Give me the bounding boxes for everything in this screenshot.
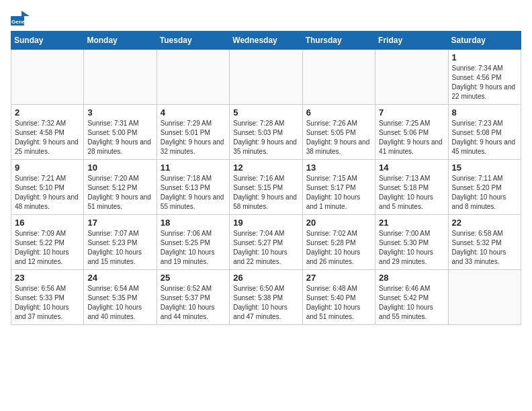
weekday-header-monday: Monday xyxy=(84,32,157,50)
calendar-cell: 2Sunrise: 7:32 AMSunset: 4:58 PMDaylight… xyxy=(11,105,84,160)
day-info: Sunrise: 7:26 AMSunset: 5:05 PMDaylight:… xyxy=(306,119,371,156)
day-info: Sunrise: 7:07 AMSunset: 5:23 PMDaylight:… xyxy=(87,229,152,267)
day-number: 22 xyxy=(452,218,517,228)
day-info: Sunrise: 7:16 AMSunset: 5:15 PMDaylight:… xyxy=(233,174,298,212)
calendar-cell: 4Sunrise: 7:29 AMSunset: 5:01 PMDaylight… xyxy=(157,105,229,160)
day-info: Sunrise: 7:29 AMSunset: 5:01 PMDaylight:… xyxy=(161,119,226,156)
day-number: 2 xyxy=(15,107,80,118)
day-info: Sunrise: 6:56 AMSunset: 5:33 PMDaylight:… xyxy=(15,284,80,322)
day-info: Sunrise: 7:31 AMSunset: 5:00 PMDaylight:… xyxy=(87,119,152,156)
calendar-cell xyxy=(11,50,84,105)
day-number: 20 xyxy=(306,218,371,228)
weekday-header-sunday: Sunday xyxy=(11,32,84,50)
calendar-cell: 12Sunrise: 7:16 AMSunset: 5:15 PMDayligh… xyxy=(230,160,302,215)
calendar-cell: 3Sunrise: 7:31 AMSunset: 5:00 PMDaylight… xyxy=(84,105,157,160)
day-number: 23 xyxy=(15,273,80,283)
day-info: Sunrise: 7:09 AMSunset: 5:22 PMDaylight:… xyxy=(15,229,80,267)
day-number: 16 xyxy=(15,218,80,228)
weekday-header-saturday: Saturday xyxy=(448,32,521,50)
weekday-header-tuesday: Tuesday xyxy=(157,32,229,50)
weekday-header-friday: Friday xyxy=(375,32,448,50)
day-info: Sunrise: 7:11 AMSunset: 5:20 PMDaylight:… xyxy=(452,174,517,212)
day-number: 5 xyxy=(233,107,298,118)
day-number: 6 xyxy=(306,107,371,118)
day-info: Sunrise: 7:21 AMSunset: 5:10 PMDaylight:… xyxy=(15,174,80,212)
day-info: Sunrise: 7:04 AMSunset: 5:27 PMDaylight:… xyxy=(233,229,298,267)
calendar-cell: 24Sunrise: 6:54 AMSunset: 5:35 PMDayligh… xyxy=(84,270,157,325)
calendar-cell: 15Sunrise: 7:11 AMSunset: 5:20 PMDayligh… xyxy=(448,160,521,215)
calendar-cell: 18Sunrise: 7:06 AMSunset: 5:25 PMDayligh… xyxy=(157,215,229,270)
weekday-header-wednesday: Wednesday xyxy=(230,32,302,50)
day-info: Sunrise: 6:58 AMSunset: 5:32 PMDaylight:… xyxy=(452,229,517,267)
day-info: Sunrise: 7:15 AMSunset: 5:17 PMDaylight:… xyxy=(306,174,371,212)
day-number: 10 xyxy=(87,163,152,173)
day-number: 21 xyxy=(379,218,444,228)
day-info: Sunrise: 6:48 AMSunset: 5:40 PMDaylight:… xyxy=(306,284,371,322)
day-info: Sunrise: 7:34 AMSunset: 4:56 PMDaylight:… xyxy=(452,64,517,101)
calendar-cell xyxy=(157,50,229,105)
day-info: Sunrise: 6:46 AMSunset: 5:42 PMDaylight:… xyxy=(379,284,444,322)
day-info: Sunrise: 6:54 AMSunset: 5:35 PMDaylight:… xyxy=(87,284,152,322)
calendar-cell: 11Sunrise: 7:18 AMSunset: 5:13 PMDayligh… xyxy=(157,160,229,215)
day-number: 15 xyxy=(452,163,517,173)
day-number: 17 xyxy=(87,218,152,228)
calendar-cell: 22Sunrise: 6:58 AMSunset: 5:32 PMDayligh… xyxy=(448,215,521,270)
calendar-cell: 20Sunrise: 7:02 AMSunset: 5:28 PMDayligh… xyxy=(302,215,375,270)
day-number: 9 xyxy=(15,163,80,173)
calendar-cell xyxy=(302,50,375,105)
calendar-cell: 5Sunrise: 7:28 AMSunset: 5:03 PMDaylight… xyxy=(230,105,302,160)
calendar-week-1: 1Sunrise: 7:34 AMSunset: 4:56 PMDaylight… xyxy=(11,50,521,105)
day-number: 25 xyxy=(161,273,226,283)
day-info: Sunrise: 7:02 AMSunset: 5:28 PMDaylight:… xyxy=(306,229,371,267)
calendar-cell: 8Sunrise: 7:23 AMSunset: 5:08 PMDaylight… xyxy=(448,105,521,160)
day-number: 14 xyxy=(379,163,444,173)
day-info: Sunrise: 7:28 AMSunset: 5:03 PMDaylight:… xyxy=(233,119,298,156)
day-info: Sunrise: 7:25 AMSunset: 5:06 PMDaylight:… xyxy=(379,119,444,156)
calendar-cell xyxy=(230,50,302,105)
calendar-cell: 17Sunrise: 7:07 AMSunset: 5:23 PMDayligh… xyxy=(84,215,157,270)
day-info: Sunrise: 6:50 AMSunset: 5:38 PMDaylight:… xyxy=(233,284,298,322)
day-number: 8 xyxy=(452,107,517,118)
calendar-cell: 25Sunrise: 6:52 AMSunset: 5:37 PMDayligh… xyxy=(157,270,229,325)
calendar-cell: 16Sunrise: 7:09 AMSunset: 5:22 PMDayligh… xyxy=(11,215,84,270)
day-number: 27 xyxy=(306,273,371,283)
calendar-cell: 10Sunrise: 7:20 AMSunset: 5:12 PMDayligh… xyxy=(84,160,157,215)
day-number: 28 xyxy=(379,273,444,283)
day-info: Sunrise: 7:20 AMSunset: 5:12 PMDaylight:… xyxy=(87,174,152,212)
day-number: 24 xyxy=(87,273,152,283)
day-number: 11 xyxy=(161,163,226,173)
logo-icon: General xyxy=(11,11,30,26)
weekday-header-thursday: Thursday xyxy=(302,32,375,50)
calendar-cell: 14Sunrise: 7:13 AMSunset: 5:18 PMDayligh… xyxy=(375,160,448,215)
calendar-cell xyxy=(448,270,521,325)
day-number: 26 xyxy=(233,273,298,283)
calendar-table: SundayMondayTuesdayWednesdayThursdayFrid… xyxy=(11,31,521,325)
calendar-cell: 19Sunrise: 7:04 AMSunset: 5:27 PMDayligh… xyxy=(230,215,302,270)
day-info: Sunrise: 7:23 AMSunset: 5:08 PMDaylight:… xyxy=(452,119,517,156)
day-number: 12 xyxy=(233,163,298,173)
calendar-cell: 27Sunrise: 6:48 AMSunset: 5:40 PMDayligh… xyxy=(302,270,375,325)
svg-text:General: General xyxy=(11,19,30,25)
calendar-cell: 1Sunrise: 7:34 AMSunset: 4:56 PMDaylight… xyxy=(448,50,521,105)
day-number: 7 xyxy=(379,107,444,118)
calendar-cell: 21Sunrise: 7:00 AMSunset: 5:30 PMDayligh… xyxy=(375,215,448,270)
page-header: General xyxy=(11,11,521,26)
calendar-header-row: SundayMondayTuesdayWednesdayThursdayFrid… xyxy=(11,32,521,50)
calendar-week-4: 16Sunrise: 7:09 AMSunset: 5:22 PMDayligh… xyxy=(11,215,521,270)
day-number: 3 xyxy=(87,107,152,118)
calendar-cell: 26Sunrise: 6:50 AMSunset: 5:38 PMDayligh… xyxy=(230,270,302,325)
calendar-cell: 23Sunrise: 6:56 AMSunset: 5:33 PMDayligh… xyxy=(11,270,84,325)
day-info: Sunrise: 7:32 AMSunset: 4:58 PMDaylight:… xyxy=(15,119,80,156)
calendar-cell: 7Sunrise: 7:25 AMSunset: 5:06 PMDaylight… xyxy=(375,105,448,160)
svg-marker-2 xyxy=(21,11,30,16)
calendar-cell: 6Sunrise: 7:26 AMSunset: 5:05 PMDaylight… xyxy=(302,105,375,160)
day-number: 4 xyxy=(161,107,226,118)
day-info: Sunrise: 7:13 AMSunset: 5:18 PMDaylight:… xyxy=(379,174,444,212)
day-number: 18 xyxy=(161,218,226,228)
calendar-cell: 28Sunrise: 6:46 AMSunset: 5:42 PMDayligh… xyxy=(375,270,448,325)
day-number: 19 xyxy=(233,218,298,228)
logo: General xyxy=(11,11,32,26)
day-info: Sunrise: 7:18 AMSunset: 5:13 PMDaylight:… xyxy=(161,174,226,212)
calendar-week-3: 9Sunrise: 7:21 AMSunset: 5:10 PMDaylight… xyxy=(11,160,521,215)
calendar-cell: 9Sunrise: 7:21 AMSunset: 5:10 PMDaylight… xyxy=(11,160,84,215)
